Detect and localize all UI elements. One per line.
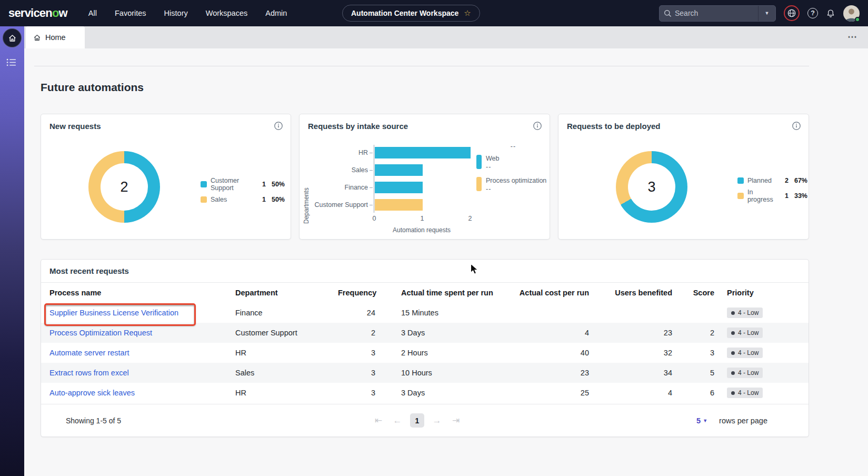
globe-glyph — [787, 8, 796, 18]
legend-title: -- — [476, 143, 550, 150]
nav-right-cluster: ▼ ? — [659, 5, 860, 22]
card-header: New requests — [41, 114, 291, 131]
help-icon[interactable]: ? — [807, 8, 818, 18]
column-header-department[interactable]: Department — [235, 289, 338, 297]
donut-legend: Customer Support 1 50% Sales 1 50% — [201, 177, 285, 203]
cell-department: Finance — [235, 309, 338, 317]
legend-swatch-blue — [201, 181, 207, 187]
user-avatar[interactable] — [843, 5, 860, 22]
bar-customer-support[interactable] — [375, 199, 423, 211]
cell-cost: 40 — [519, 349, 589, 357]
column-header-actual-time[interactable]: Actual time spent per run — [375, 289, 519, 297]
page-size-control: 5 ▼ rows per page — [693, 416, 767, 425]
previous-page-button[interactable]: ← — [391, 415, 404, 426]
last-page-button[interactable]: ⇥ — [450, 415, 462, 426]
requests-by-intake-source-card: Requests by intake source Departments HR… — [299, 114, 550, 240]
card-title: New requests — [49, 122, 101, 131]
card-header: Requests to be deployed — [558, 114, 809, 131]
rows-per-page-label: rows per page — [719, 417, 767, 425]
nav-item-all[interactable]: All — [88, 9, 97, 17]
nav-item-workspaces[interactable]: Workspaces — [206, 9, 248, 17]
cell-cost: 23 — [519, 369, 589, 377]
legend-percent: 67% — [789, 177, 807, 184]
presence-status-dot — [855, 17, 860, 22]
tab-home[interactable]: Home — [26, 26, 85, 48]
new-requests-donut-chart[interactable]: 2 — [88, 151, 160, 223]
legend-item: Sales 1 50% — [201, 196, 285, 203]
column-header-priority[interactable]: Priority — [714, 289, 801, 297]
legend-label: Sales — [211, 196, 257, 203]
sidebar-home-button[interactable] — [3, 28, 22, 47]
page-title: Future automations — [41, 81, 144, 94]
tab-overflow-menu[interactable]: ⋯ — [844, 31, 861, 43]
column-header-actual-cost[interactable]: Actual cost per run — [519, 289, 589, 297]
nav-item-admin[interactable]: Admin — [265, 9, 287, 17]
y-axis-line — [374, 145, 374, 213]
cell-time: 3 Days — [375, 389, 519, 397]
priority-dot-icon — [731, 391, 735, 395]
cell-department: HR — [235, 389, 338, 397]
cell-time: 3 Days — [375, 329, 519, 337]
sidebar-list-button[interactable] — [6, 58, 17, 68]
process-link[interactable]: Extract rows from excel — [49, 369, 129, 377]
bar-hr[interactable] — [375, 147, 471, 158]
legend-swatch-yellow — [201, 196, 207, 203]
info-icon[interactable] — [274, 121, 283, 131]
priority-dot-icon — [731, 311, 735, 315]
legend-label: Process optimization — [486, 177, 546, 184]
column-header-frequency[interactable]: Frequency — [338, 289, 375, 297]
list-icon — [6, 58, 17, 67]
info-icon[interactable] — [792, 121, 801, 131]
content-divider — [34, 66, 809, 66]
home-icon — [33, 34, 41, 42]
cell-frequency: 3 — [338, 369, 375, 377]
globe-icon[interactable] — [784, 5, 800, 21]
category-label: HR — [300, 147, 368, 158]
favorite-star-icon[interactable]: ☆ — [464, 8, 471, 18]
table-row: Process Optimization Request Customer Su… — [41, 323, 809, 343]
cell-users: 32 — [589, 349, 672, 357]
tab-strip: Home ⋯ — [24, 26, 868, 48]
legend-item: Customer Support 1 50% — [201, 177, 285, 192]
cell-score: 2 — [672, 329, 714, 337]
bar-sales[interactable] — [375, 164, 423, 176]
legend-item: Planned 2 67% — [737, 177, 807, 184]
info-icon[interactable] — [533, 121, 542, 131]
notifications-bell-icon[interactable] — [826, 8, 835, 18]
bar-finance[interactable] — [375, 182, 423, 193]
x-tick-label: 2 — [463, 215, 477, 222]
column-header-process-name[interactable]: Process name — [49, 289, 235, 297]
current-page-button[interactable]: 1 — [410, 413, 424, 428]
bar-chart-legend: -- Web -- Process optimization -- — [476, 143, 550, 198]
cell-score: 3 — [672, 349, 714, 357]
column-header-score[interactable]: Score — [672, 289, 714, 297]
column-header-users-benefited[interactable]: Users benefited — [589, 289, 672, 297]
legend-value: 1 — [780, 192, 789, 200]
first-page-button[interactable]: ⇤ — [372, 415, 385, 426]
search-input[interactable] — [672, 9, 758, 17]
process-link[interactable]: Automate server restart — [49, 349, 129, 357]
legend-label: Web — [486, 155, 499, 162]
requests-to-be-deployed-donut-chart[interactable]: 3 — [616, 151, 687, 223]
global-search[interactable]: ▼ — [659, 5, 776, 22]
pagination: ⇤ ← 1 → ⇥ — [372, 413, 462, 428]
category-label: Customer Support — [300, 199, 368, 211]
servicenow-logo[interactable]: servicenow — [8, 6, 67, 20]
process-link[interactable]: Process Optimization Request — [49, 329, 152, 337]
table-title: Most recent requests — [49, 266, 129, 275]
x-tick-label: 1 — [415, 215, 429, 222]
next-page-button[interactable]: → — [431, 415, 443, 426]
home-icon — [8, 34, 17, 43]
legend-percent: 50% — [266, 181, 285, 188]
nav-item-history[interactable]: History — [164, 9, 188, 17]
rows-per-page-dropdown[interactable]: 5 ▼ — [693, 416, 711, 425]
process-link[interactable]: Supplier Business License Verification — [49, 309, 178, 317]
priority-badge: 4 - Low — [727, 348, 763, 358]
search-scope-dropdown[interactable]: ▼ — [758, 6, 775, 21]
category-label: Sales — [300, 164, 368, 176]
legend-swatch-yellow — [737, 193, 744, 199]
process-link[interactable]: Auto-approve sick leaves — [49, 389, 135, 397]
nav-item-favorites[interactable]: Favorites — [115, 9, 146, 17]
legend-swatch-yellow — [476, 177, 482, 191]
workspace-switcher[interactable]: Automation Center Workspace ☆ — [342, 5, 480, 22]
